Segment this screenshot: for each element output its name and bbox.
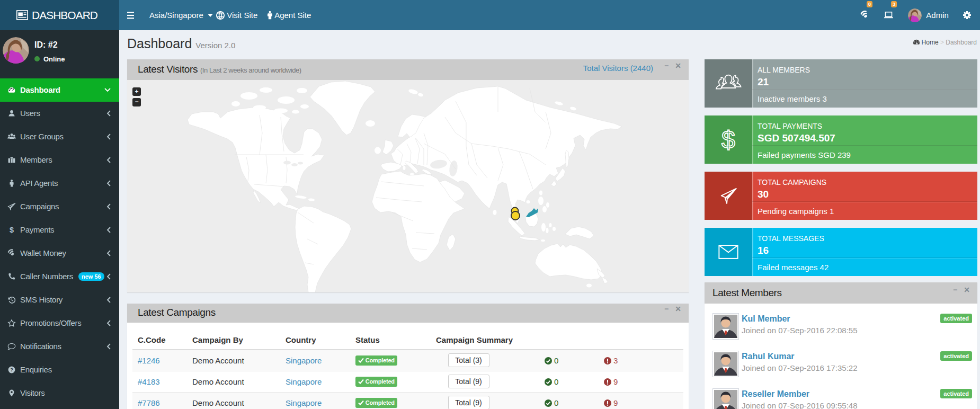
- svg-text:$: $: [10, 226, 14, 234]
- svg-text:$: $: [721, 127, 735, 153]
- svg-text:?: ?: [10, 367, 13, 372]
